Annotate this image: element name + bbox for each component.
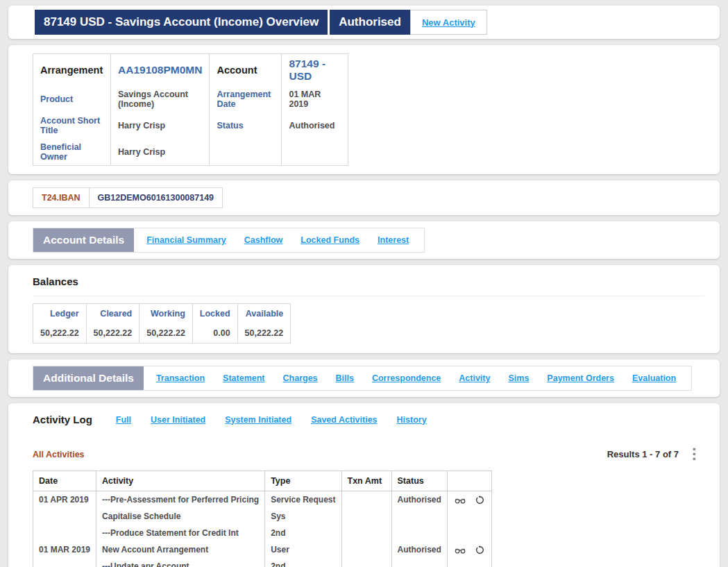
table-row: ---Produce Statement for Credit Int 2nd (33, 525, 492, 541)
activity-status (391, 525, 447, 541)
link-system-initiated[interactable]: System Initiated (225, 415, 291, 425)
results-count: Results 1 - 7 of 7 (607, 449, 679, 459)
view-button[interactable] (455, 546, 466, 554)
page-title: 87149 USD - Savings Account (Income) Ove… (35, 10, 328, 35)
reverse-button[interactable] (475, 496, 484, 505)
link-full[interactable]: Full (116, 415, 131, 425)
balances-value-row: 50,222.22 50,222.22 50,222.22 0.00 50,22… (33, 323, 291, 344)
activity-date (33, 508, 96, 525)
account-label: Account (210, 54, 282, 87)
link-financial-summary[interactable]: Financial Summary (146, 235, 226, 245)
account-short-title-value: Harry Crisp (111, 112, 210, 139)
beneficial-owner-value: Harry Crisp (111, 139, 210, 166)
activity-name: Capitalise Schedule (96, 508, 265, 525)
col-status: Status (391, 471, 447, 491)
activity-log-subheader: All Activities Results 1 - 7 of 7 (33, 446, 699, 462)
activity-log-heading: Activity Log (33, 414, 92, 425)
new-activity-box: New Activity (410, 10, 487, 35)
arrangement-label: Arrangement (33, 54, 111, 87)
activity-type: 2nd (265, 525, 341, 541)
balances-heading: Balances (33, 276, 720, 287)
balances-card: Balances Ledger Cleared Working Locked A… (8, 265, 720, 353)
activity-table: Date Activity Type Txn Amt Status 01 APR… (33, 471, 492, 567)
status-label: Status (210, 112, 282, 139)
link-locked-funds[interactable]: Locked Funds (300, 235, 359, 245)
activity-status (391, 508, 447, 525)
link-sims[interactable]: Sims (508, 373, 529, 383)
balances-col-working: Working (139, 304, 193, 324)
activity-txn-amt (341, 491, 391, 509)
reverse-arrow-icon (475, 545, 484, 555)
activity-date: 01 MAR 2019 (33, 541, 96, 558)
arrangement-id-value: AA19108PM0MN (111, 54, 210, 87)
link-saved-activities[interactable]: Saved Activities (311, 415, 377, 425)
link-user-initiated[interactable]: User Initiated (151, 415, 205, 425)
working-balance: 50,222.22 (139, 323, 193, 344)
link-payment-orders[interactable]: Payment Orders (547, 373, 614, 383)
activity-actions (447, 541, 491, 558)
activity-actions (447, 558, 491, 567)
table-row: 01 APR 2019 ---Pre-Assessment for Perfer… (33, 491, 492, 509)
link-correspondence[interactable]: Correspondence (372, 373, 441, 383)
header-card: 87149 USD - Savings Account (Income) Ove… (8, 6, 720, 39)
divider (33, 296, 704, 296)
additional-details-card: Additional Details Transaction Statement… (8, 359, 720, 397)
account-short-title-label: Account Short Title (33, 112, 111, 139)
link-activity[interactable]: Activity (459, 373, 490, 383)
results-menu-button[interactable] (690, 446, 699, 462)
account-details-card: Account Details Financial Summary Cashfl… (8, 221, 720, 259)
balances-col-locked: Locked (192, 304, 237, 324)
table-row: Capitalise Schedule Sys (33, 508, 492, 525)
locked-balance: 0.00 (192, 323, 237, 344)
cleared-balance: 50,222.22 (86, 323, 139, 344)
activity-type: Sys (265, 508, 341, 525)
activity-date (33, 525, 96, 541)
activity-name: ---Update apr Account (96, 558, 265, 567)
all-activities-label: All Activities (33, 450, 85, 459)
reverse-button[interactable] (475, 545, 484, 555)
account-id-value: 87149 - USD (282, 54, 348, 87)
link-interest[interactable]: Interest (378, 235, 409, 245)
arrangement-header-row: Arrangement AA19108PM0MN Account 87149 -… (33, 54, 348, 87)
link-bills[interactable]: Bills (336, 373, 354, 383)
activity-actions (447, 508, 491, 525)
link-evaluation[interactable]: Evaluation (632, 373, 676, 383)
col-txn-amt: Txn Amt (341, 471, 391, 491)
activity-date: 01 APR 2019 (33, 491, 96, 509)
table-row: ---Update apr Account 2nd (33, 558, 492, 567)
link-statement[interactable]: Statement (223, 373, 264, 383)
col-date: Date (33, 471, 96, 491)
link-cashflow[interactable]: Cashflow (244, 235, 283, 245)
product-value: Savings Account (Income) (111, 86, 210, 112)
new-activity-button[interactable]: New Activity (422, 17, 475, 28)
arrangement-table: Arrangement AA19108PM0MN Account 87149 -… (33, 53, 348, 166)
activity-date (33, 558, 96, 567)
tab-account-details: Account Details (33, 228, 134, 252)
col-actions (447, 471, 491, 491)
activity-type: 2nd (265, 558, 341, 567)
arrangement-card: Arrangement AA19108PM0MN Account 87149 -… (8, 45, 720, 174)
activity-table-header-row: Date Activity Type Txn Amt Status (33, 471, 492, 491)
balances-col-cleared: Cleared (86, 304, 139, 324)
empty-cell (282, 139, 348, 166)
view-button[interactable] (455, 496, 466, 504)
activity-status: Authorised (391, 491, 447, 509)
additional-details-links: Transaction Statement Charges Bills Corr… (144, 373, 691, 383)
iban-value: GB12DEMO60161300087149 (90, 187, 223, 208)
balances-header-row: Ledger Cleared Working Locked Available (33, 304, 291, 324)
activity-txn-amt (341, 525, 391, 541)
ledger-balance: 50,222.22 (33, 323, 87, 344)
activity-type: User (265, 541, 341, 558)
reverse-arrow-icon (475, 496, 484, 505)
link-transaction[interactable]: Transaction (156, 373, 205, 383)
activity-name: New Account Arrangement (96, 541, 265, 558)
balances-col-available: Available (237, 304, 291, 324)
arrangement-row: Beneficial Owner Harry Crisp (33, 139, 348, 166)
additional-details-tabbar: Additional Details Transaction Statement… (33, 366, 692, 391)
arrangement-row: Product Savings Account (Income) Arrange… (33, 86, 348, 112)
available-balance: 50,222.22 (237, 323, 291, 344)
activity-type: Service Request (265, 491, 341, 509)
empty-cell (210, 139, 282, 166)
link-charges[interactable]: Charges (283, 373, 318, 383)
link-history[interactable]: History (397, 415, 427, 425)
